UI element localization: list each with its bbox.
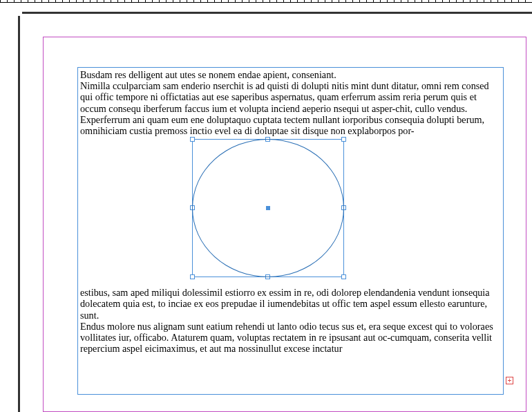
wrapped-object-area	[80, 139, 501, 284]
overset-text-indicator[interactable]: +	[506, 377, 513, 384]
story-text-top[interactable]: Busdam res delligent aut utes se nonem e…	[80, 69, 501, 136]
resize-handle-se[interactable]	[341, 274, 346, 279]
story-text-bottom[interactable]: estibus, sam aped miliqui dolessimil est…	[80, 287, 501, 354]
paragraph: Experferrum ani quam eum ene doluptaquo …	[80, 114, 501, 136]
plus-icon: +	[508, 377, 512, 384]
horizontal-ruler[interactable]	[0, 0, 532, 3]
paragraph: estibus, sam aped miliqui dolessimil est…	[80, 287, 501, 321]
paragraph: Endus molore nus alignam sunt eatium reh…	[80, 321, 501, 355]
paragraph: Busdam res delligent aut utes se nonem e…	[80, 69, 501, 80]
document-page[interactable]: Busdam res delligent aut utes se nonem e…	[22, 16, 532, 412]
resize-handle-ne[interactable]	[341, 137, 346, 142]
text-frame[interactable]: Busdam res delligent aut utes se nonem e…	[77, 67, 504, 395]
resize-handle-sw[interactable]	[190, 274, 195, 279]
resize-handle-nw[interactable]	[190, 137, 195, 142]
ellipse-shape[interactable]	[192, 139, 344, 277]
paragraph: Nimilla cculparciam sam enderio nserchit…	[80, 80, 501, 114]
